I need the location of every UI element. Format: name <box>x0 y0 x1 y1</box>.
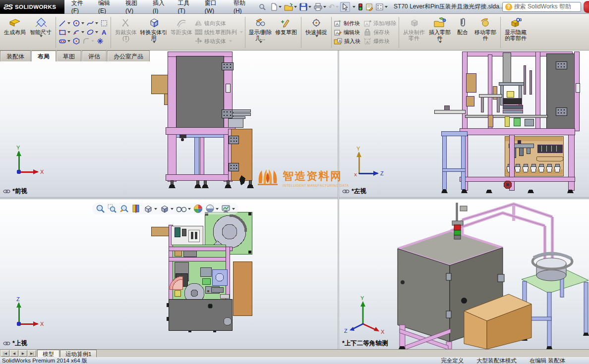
repair-sketch-icon <box>281 16 292 29</box>
zoom-to-area-button[interactable] <box>107 204 118 213</box>
move-entities-icon <box>194 38 202 45</box>
view-settings-button[interactable] <box>221 204 236 213</box>
hide-show-items-button[interactable] <box>176 204 191 213</box>
open-document-button[interactable] <box>283 2 298 11</box>
show-hidden-components-button[interactable]: 显示隐藏的零部件 <box>503 15 529 50</box>
tab-office-products[interactable]: 办公室产品 <box>107 51 150 61</box>
print-button[interactable] <box>313 2 327 11</box>
view-link-icon <box>3 189 10 194</box>
sketch-rectangle-icon[interactable] <box>58 28 71 36</box>
linear-sketch-pattern-button[interactable]: 线性草图阵列 <box>194 29 243 36</box>
display-delete-relations-button[interactable]: 显示/删除几... <box>247 15 273 50</box>
new-document-button[interactable] <box>269 2 283 11</box>
brand-badge-icon <box>584 1 589 13</box>
trim-entities-button[interactable]: 剪裁实体(T) <box>113 15 139 50</box>
select-tool-button[interactable] <box>340 2 350 12</box>
horizontal-splitter[interactable] <box>0 197 589 199</box>
nav-prev-button[interactable]: ◀ <box>10 350 18 357</box>
viewport-dimetric[interactable]: Y X Z *上下二等角轴测 <box>339 199 589 349</box>
vertical-splitter[interactable] <box>338 51 339 349</box>
save-block-button[interactable]: 保存块 <box>363 29 397 36</box>
tab-sketch[interactable]: 草图 <box>57 51 81 61</box>
convert-entities-icon <box>148 16 160 29</box>
nav-last-button[interactable]: ▶| <box>28 350 36 357</box>
insert-components-button[interactable]: 插入零部件 <box>427 15 453 50</box>
make-block-button[interactable]: A 制作块 <box>334 20 360 27</box>
top-axis-up-label: Z <box>16 296 20 302</box>
help-search-box[interactable]: ? 搜索 SolidWorks 帮助 <box>502 2 581 12</box>
tab-layout[interactable]: 布局 <box>31 51 56 61</box>
svg-text:A: A <box>366 40 369 45</box>
model-tab[interactable]: 模型 <box>37 350 59 357</box>
previous-view-button[interactable] <box>119 204 129 213</box>
menu-search-icon[interactable] <box>257 2 267 11</box>
front-axis-right-label: X <box>40 169 44 175</box>
triad-front: Y X <box>16 145 44 175</box>
save-button[interactable] <box>298 2 312 11</box>
sketch-polygon-icon[interactable] <box>72 37 81 45</box>
make-part-from-block-icon <box>408 16 420 29</box>
repair-sketch-button[interactable]: 修复草图 <box>273 15 299 50</box>
convert-entities-button[interactable]: 转换实体引用 <box>139 15 169 50</box>
tab-evaluate[interactable]: 评估 <box>82 51 107 61</box>
zoom-to-fit-button[interactable] <box>95 204 106 213</box>
add-remove-button[interactable]: A 添加/移除 <box>363 20 397 27</box>
triad-top: Z X <box>16 296 44 327</box>
move-entities-button[interactable]: 移动实体 <box>194 38 243 45</box>
sketch-ellipse-icon[interactable] <box>86 28 99 36</box>
sheet-nav-buttons: |◀ ◀ ▶ ▶| <box>1 350 36 357</box>
sketch-arc-icon[interactable] <box>72 28 85 36</box>
svg-text:A: A <box>336 22 339 27</box>
rebuild-button[interactable] <box>357 2 364 11</box>
mate-button[interactable]: 配合 <box>453 15 472 50</box>
move-component-button[interactable]: 移动零部件 <box>472 15 498 50</box>
document-title: ST70 Lever和Pin压装并且激光焊接.slda... <box>394 2 502 11</box>
sketch-line-icon[interactable] <box>58 19 71 27</box>
edit-appearance-button[interactable] <box>193 204 203 213</box>
nav-next-button[interactable]: ▶ <box>19 350 27 357</box>
make-layout-button[interactable]: 生成布局 <box>2 15 28 50</box>
sketch-circle-icon[interactable] <box>72 19 85 27</box>
make-block-icon: A <box>334 20 342 27</box>
add-remove-icon: A <box>363 20 371 27</box>
options-button[interactable] <box>375 2 389 11</box>
select-dropdown[interactable] <box>351 5 356 8</box>
view-orientation-button[interactable] <box>143 204 158 213</box>
explode-block-button[interactable]: A 爆炸块 <box>363 38 397 45</box>
nav-first-button[interactable]: |◀ <box>1 350 9 357</box>
sketch-text-icon[interactable]: A <box>100 28 109 36</box>
mate-icon <box>458 16 467 29</box>
viewport-dimetric-label: *上下二等角轴测 <box>342 339 388 348</box>
title-bar: ƧS SOLIDWORKS 文件(F) 编辑(E) 视图(V) 插入(I) 工具… <box>0 0 589 14</box>
motion-study-tab[interactable]: 运动算例1 <box>60 350 97 357</box>
sketch-fillet-icon[interactable] <box>82 37 95 45</box>
quick-snaps-button[interactable]: 快速捕捉 <box>303 15 329 50</box>
model-motion-bar: |◀ ◀ ▶ ▶| 模型 运动算例1 <box>0 349 589 357</box>
apply-scene-button[interactable] <box>205 204 219 213</box>
section-view-button[interactable] <box>131 204 141 213</box>
status-define: 完全定义 <box>441 357 464 364</box>
display-style-button[interactable] <box>159 204 174 213</box>
make-part-from-block-button[interactable]: 从块制作零件 <box>401 15 427 50</box>
selection-box-icon[interactable] <box>100 19 109 27</box>
sketch-slot-icon[interactable] <box>58 37 71 45</box>
insert-block-button[interactable]: A 插入块 <box>334 38 360 45</box>
save-block-icon <box>363 29 371 36</box>
edit-block-icon: A <box>334 29 342 36</box>
tab-assembly[interactable]: 装配体 <box>0 51 31 61</box>
offset-entities-button[interactable]: 等距实体 <box>169 15 194 50</box>
edit-block-button[interactable]: A 编辑块 <box>334 29 360 36</box>
quick-access-toolbar: ↶ <box>269 2 389 12</box>
display-delete-relations-icon <box>254 16 266 29</box>
file-properties-button[interactable] <box>364 2 374 11</box>
sketch-point-icon[interactable] <box>96 37 105 45</box>
sketch-spline-icon[interactable] <box>86 19 99 27</box>
mirror-entities-button[interactable]: 镜向实体 <box>194 20 243 27</box>
dimetric-axis-up-label: Y <box>360 295 364 301</box>
insert-components-icon <box>433 16 446 29</box>
undo-button[interactable]: ↶ <box>328 2 340 12</box>
viewport-left[interactable]: Y Z X *左视 <box>339 51 589 197</box>
sketch-entities-grid: A <box>58 15 109 49</box>
viewport-top[interactable]: Z X *上视 <box>0 199 338 349</box>
smart-dimension-button[interactable]: 智能尺寸 <box>28 15 54 50</box>
